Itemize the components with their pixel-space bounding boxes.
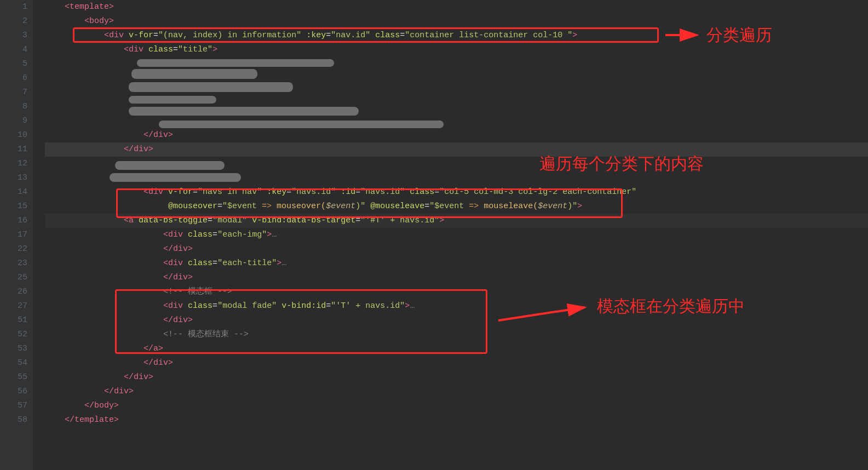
tag-name: div	[129, 45, 143, 54]
tag-name: div	[173, 316, 188, 325]
code-line[interactable]: <div v-for="navs in nav" :key="navs.id" …	[45, 185, 868, 199]
code-line[interactable]: </div>	[45, 356, 868, 370]
attr: v-for	[129, 31, 153, 40]
line-number: 12	[0, 157, 27, 171]
attr: class	[375, 31, 400, 40]
line-number: 1	[0, 0, 27, 14]
tag-name: div	[114, 387, 129, 396]
angle-open: <	[124, 216, 129, 225]
angle-open: <	[163, 230, 168, 239]
line-number: 4	[0, 43, 27, 57]
code-line[interactable]: </div>	[45, 142, 868, 157]
attr: class	[188, 230, 212, 239]
angle-close: >	[188, 316, 193, 325]
fold-dots: …	[272, 230, 277, 239]
line-number: 15	[0, 199, 27, 214]
angle-close: >	[114, 415, 119, 425]
redaction-scribble	[129, 96, 216, 104]
code-line[interactable]: <template>	[45, 0, 868, 14]
angle-open: <	[163, 301, 168, 311]
redaction-scribble	[129, 82, 293, 92]
attr: data-bs-toggle	[139, 216, 208, 225]
comment-text: 模态框	[183, 287, 217, 296]
code-line[interactable]: <div class="each-title">…	[45, 256, 868, 271]
attr-value: "container list-container col-10 "	[405, 31, 572, 40]
fn-call: mouseover(	[272, 202, 326, 211]
comment-text: 模态框结束	[183, 330, 234, 339]
redaction-scribble	[137, 59, 334, 67]
angle-close: >	[114, 401, 119, 410]
angle-open: <	[65, 2, 70, 12]
line-number: 25	[0, 271, 27, 285]
angle-open: </	[143, 358, 153, 368]
redaction-scribble	[129, 107, 359, 116]
tag-name: a	[153, 344, 158, 353]
angle-open: </	[143, 344, 153, 353]
attr: :key	[267, 187, 286, 197]
redaction-scribble	[131, 69, 257, 79]
attr-value: )"	[567, 202, 577, 211]
code-line[interactable]: </div>	[45, 271, 868, 285]
line-number: 26	[0, 285, 27, 299]
code-editor[interactable]: <template> <body> <div v-for="(nav, inde…	[33, 0, 868, 470]
attr: v-bind:data-bs-target	[252, 216, 355, 225]
angle-close: >	[109, 2, 114, 12]
angle-close: >	[168, 130, 173, 140]
code-line[interactable]: <div class="each-img">…	[45, 228, 868, 242]
angle-open: </	[143, 130, 153, 140]
code-line[interactable]: </div>	[45, 242, 868, 256]
tag-name: div	[153, 358, 168, 368]
code-line[interactable]: </div>	[45, 370, 868, 385]
line-number: 53	[0, 342, 27, 356]
angle-open: </	[104, 387, 114, 396]
attr: :key	[306, 31, 326, 40]
line-number: 11	[0, 142, 27, 157]
angle-close: >	[188, 273, 193, 282]
code-line[interactable]: </a>	[45, 342, 868, 356]
line-number: 17	[0, 228, 27, 242]
code-line[interactable]: <div class="modal fade" v-bind:id="'T' +…	[45, 299, 868, 313]
line-number: 54	[0, 356, 27, 370]
attr-value: "modal"	[212, 216, 247, 225]
code-line[interactable]: <!-- 模态框 -->	[45, 285, 868, 299]
code-line[interactable]: </body>	[45, 399, 868, 413]
attr: class	[148, 45, 173, 54]
attr-value: "'T' + navs.id"	[331, 301, 405, 311]
tag-name: a	[129, 216, 134, 225]
code-line[interactable]: </div>	[45, 313, 868, 328]
code-line[interactable]: </div>	[45, 128, 868, 142]
attr-value: "title"	[178, 45, 212, 54]
code-line[interactable]: <a data-bs-toggle="modal" v-bind:data-bs…	[45, 214, 868, 228]
line-number: 22	[0, 242, 27, 256]
angle-close: >	[277, 259, 281, 268]
line-number: 2	[0, 14, 27, 28]
fn-call: mouseleave(	[479, 202, 538, 211]
attr-value: "each-title"	[217, 259, 277, 268]
attr-value: "$event	[429, 202, 469, 211]
code-line[interactable]: <body>	[45, 14, 868, 28]
arrow-op: =>	[262, 202, 272, 211]
angle-open: <	[104, 31, 109, 40]
line-number-gutter: 1 2 3 4 5 6 7 8 9 10 11 12 13 14 15 16 1…	[0, 0, 33, 470]
comment-close: -->	[217, 287, 232, 296]
code-line[interactable]: </div>	[45, 385, 868, 399]
fold-dots: …	[281, 259, 286, 268]
line-number: 8	[0, 100, 27, 114]
line-number: 10	[0, 128, 27, 142]
code-line[interactable]: @mouseover="$event => mouseover($event)"…	[45, 199, 868, 214]
line-number: 55	[0, 370, 27, 385]
tag-name: body	[94, 401, 114, 410]
fold-dots: …	[410, 301, 415, 311]
attr-value: "navs.id"	[360, 187, 405, 197]
line-number: 58	[0, 413, 27, 427]
code-line[interactable]: <div v-for="(nav, index) in information"…	[45, 28, 868, 43]
code-line[interactable]: <div class="title">	[45, 43, 868, 57]
code-line[interactable]: </template>	[45, 413, 868, 427]
angle-open: </	[124, 372, 134, 382]
redaction-scribble	[159, 121, 444, 128]
code-line[interactable]: <!-- 模态框结束 -->	[45, 328, 868, 342]
attr-value: "navs.id"	[291, 187, 336, 197]
line-number: 52	[0, 328, 27, 342]
line-number: 7	[0, 85, 27, 100]
attr-value: "(nav, index) in information"	[158, 31, 301, 40]
